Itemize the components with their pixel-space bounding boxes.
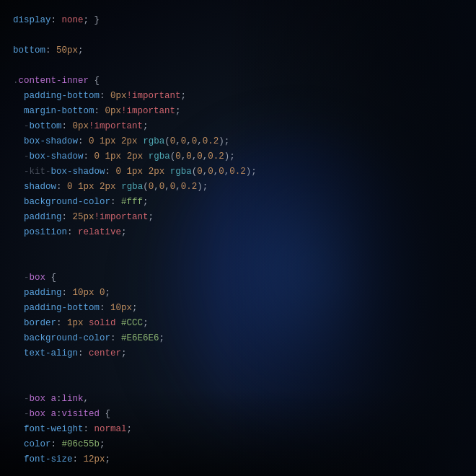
code-line-8: -bottom: 0px!important; [13,119,476,134]
code-line-25 [13,376,476,392]
code-line-30: font-size: 12px; [13,452,476,467]
code-editor: display: none; } bottom: 50px; .content-… [0,0,476,476]
code-line-7: margin-bottom: 0px!important; [13,104,476,119]
code-line-4 [13,58,476,74]
code-line-24 [13,361,476,376]
screen: display: none; } bottom: 50px; .content-… [0,0,476,476]
code-line-10: -box-shadow: 0 1px 2px rgba(0,0,0,0.2); [13,149,476,164]
code-line-21: border: 1px solid #CCC; [13,316,476,331]
code-line-18: -box { [13,270,476,286]
code-line-29: color: #06c55b; [13,437,476,452]
code-line-23: text-align: center; [13,346,476,361]
code-line-27: -box a:visited { [13,407,476,422]
code-line-5: .content-inner { [13,74,476,89]
code-line-2 [13,28,476,43]
code-line-22: background-color: #E6E6E6; [13,331,476,346]
code-line-28: font-weight: normal; [13,422,476,437]
code-line-13: background-color: #fff; [13,195,476,210]
code-line-12: shadow: 0 1px 2px rgba(0,0,0,0.2); [13,180,476,195]
code-line-1: display: none; } [13,13,476,28]
code-line-17 [13,255,476,270]
code-line-14: padding: 25px!important; [13,210,476,225]
code-line-20: padding-bottom: 10px; [13,301,476,316]
code-line-16 [13,240,476,255]
code-line-3: bottom: 50px; [13,43,476,58]
code-line-26: -box a:link, [13,392,476,407]
code-line-15: position: relative; [13,225,476,240]
code-line-19: padding: 10px 0; [13,286,476,301]
code-line-11: -kit-box-shadow: 0 1px 2px rgba(0,0,0,0.… [13,164,476,180]
code-line-6: padding-bottom: 0px!important; [13,89,476,104]
code-line-9: box-shadow: 0 1px 2px rgba(0,0,0,0.2); [13,134,476,149]
